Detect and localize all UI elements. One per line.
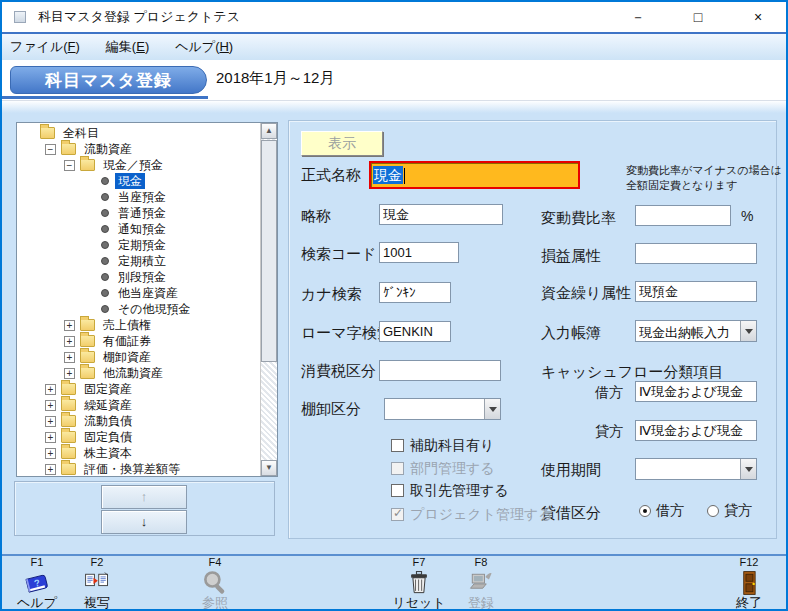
- tree-view: 全科目−流動資産−現金／預金現金当座預金普通預金通知預金定期預金定期積立別段預金…: [17, 123, 260, 476]
- expand-plus-icon[interactable]: +: [45, 416, 56, 427]
- tree-item[interactable]: +売上債権: [17, 317, 260, 333]
- tree-item[interactable]: その他現預金: [17, 301, 260, 317]
- tree-item[interactable]: −現金／預金: [17, 157, 260, 173]
- checkbox-row-3[interactable]: プロジェクト管理する: [391, 506, 553, 521]
- checkbox-row-1[interactable]: 部門管理する: [391, 460, 495, 475]
- tree-item[interactable]: +固定資産: [17, 381, 260, 397]
- tree-item[interactable]: +棚卸資産: [17, 349, 260, 365]
- toolbar-button-label: 参照: [186, 597, 244, 611]
- menu-item-e[interactable]: 編集(E): [106, 34, 149, 60]
- tree-item[interactable]: +固定負債: [17, 429, 260, 445]
- tree-item[interactable]: 全科目: [17, 125, 260, 141]
- folder-icon: [61, 399, 76, 411]
- radio-icon[interactable]: [639, 505, 651, 517]
- checkbox-icon[interactable]: [391, 439, 404, 452]
- tree-item[interactable]: 現金: [17, 173, 260, 189]
- consumption-tax-input[interactable]: [379, 360, 501, 381]
- tree-item[interactable]: 定期積立: [17, 253, 260, 269]
- toolbar-button-f1[interactable]: F1?ヘルプ: [8, 556, 66, 611]
- tree-item-label: 全科目: [60, 125, 102, 141]
- toolbar-button-f7[interactable]: F7リセット: [390, 556, 448, 611]
- tree-item-label: 通知預金: [115, 221, 169, 237]
- minimize-button[interactable]: －: [620, 2, 656, 32]
- tree-item-label: 固定負債: [81, 429, 135, 445]
- radio-debit[interactable]: 借方: [639, 502, 684, 520]
- cf-credit-input[interactable]: [635, 420, 757, 441]
- folder-icon: [80, 351, 95, 363]
- scroll-up-icon[interactable]: ▲: [261, 123, 277, 139]
- cash-flow-attribute-input[interactable]: [635, 281, 757, 302]
- chevron-down-icon[interactable]: [740, 459, 756, 479]
- tree-item[interactable]: +株主資本: [17, 445, 260, 461]
- tree-item[interactable]: +評価・換算差額等: [17, 461, 260, 476]
- chevron-down-icon[interactable]: [484, 399, 500, 419]
- menu-item-f[interactable]: ファイル(F): [10, 34, 80, 60]
- radio-icon[interactable]: [707, 505, 719, 517]
- collapse-minus-icon[interactable]: −: [64, 160, 75, 171]
- tree-item[interactable]: +他流動資産: [17, 365, 260, 381]
- expand-plus-icon[interactable]: +: [64, 336, 75, 347]
- tree-item[interactable]: 通知預金: [17, 221, 260, 237]
- expand-plus-icon[interactable]: +: [64, 352, 75, 363]
- checkbox-icon[interactable]: [391, 508, 404, 521]
- close-button[interactable]: ×: [740, 2, 776, 32]
- maximize-button[interactable]: □: [680, 2, 716, 32]
- expand-plus-icon[interactable]: +: [45, 384, 56, 395]
- tree-item[interactable]: 普通預金: [17, 205, 260, 221]
- toolbar-button-f12[interactable]: F12終了: [720, 556, 778, 611]
- cf-debit-input[interactable]: [635, 381, 757, 402]
- toolbar-button-f2[interactable]: F2複写: [68, 556, 126, 611]
- inventory-category-select[interactable]: [384, 398, 501, 420]
- tree-item-label: 定期預金: [115, 237, 169, 253]
- cashflow-section-label: キャッシュフロー分類項目: [541, 363, 723, 382]
- usage-period-select[interactable]: [635, 458, 757, 480]
- pl-attribute-input[interactable]: [635, 243, 757, 264]
- short-name-input[interactable]: [379, 204, 503, 225]
- checkbox-row-0[interactable]: 補助科目有り: [391, 437, 494, 452]
- expand-plus-icon[interactable]: +: [64, 320, 75, 331]
- folder-icon: [40, 127, 55, 139]
- checkbox-row-2[interactable]: 取引先管理する: [391, 482, 509, 497]
- folder-icon: [61, 431, 76, 443]
- tree-item-label: 固定資産: [81, 381, 135, 397]
- radio-credit[interactable]: 貸方: [707, 502, 752, 520]
- search-code-input[interactable]: [379, 242, 459, 263]
- expand-plus-icon[interactable]: +: [45, 464, 56, 475]
- input-book-select[interactable]: 現金出納帳入力: [635, 320, 757, 342]
- tree-item[interactable]: +流動負債: [17, 413, 260, 429]
- fkey-caption: F1: [8, 556, 66, 569]
- menu-item-h[interactable]: ヘルプ(H): [175, 34, 233, 60]
- percent-unit: %: [741, 208, 753, 224]
- tree-item-label: 普通預金: [115, 205, 169, 221]
- expand-plus-icon[interactable]: +: [64, 368, 75, 379]
- move-down-button[interactable]: ↓: [101, 510, 187, 534]
- expand-plus-icon[interactable]: +: [45, 448, 56, 459]
- tree-item[interactable]: +繰延資産: [17, 397, 260, 413]
- expand-plus-icon[interactable]: +: [45, 400, 56, 411]
- tree-item[interactable]: 定期預金: [17, 237, 260, 253]
- kana-search-input[interactable]: [379, 282, 451, 303]
- tree-item[interactable]: 他当座資産: [17, 285, 260, 301]
- variable-cost-ratio-input[interactable]: [635, 205, 731, 226]
- tree-scrollbar[interactable]: ▲ ▼: [260, 123, 277, 476]
- expand-plus-icon[interactable]: +: [45, 432, 56, 443]
- reorder-panel: ↑ ↓: [14, 481, 275, 536]
- tree-item[interactable]: +有価証券: [17, 333, 260, 349]
- tree-item-label: 現金／預金: [100, 157, 166, 173]
- scroll-thumb[interactable]: [261, 140, 277, 362]
- collapse-minus-icon[interactable]: −: [45, 144, 56, 155]
- checkbox-icon[interactable]: [391, 484, 404, 497]
- scroll-down-icon[interactable]: ▼: [261, 460, 277, 476]
- tree-item[interactable]: 当座預金: [17, 189, 260, 205]
- tree-item-label: 流動負債: [81, 413, 135, 429]
- move-up-button[interactable]: ↑: [101, 485, 187, 509]
- tree-item[interactable]: 別段預金: [17, 269, 260, 285]
- tree-item-label: その他現預金: [115, 301, 194, 317]
- checkbox-icon[interactable]: [391, 462, 404, 475]
- romaji-search-input[interactable]: [379, 321, 451, 342]
- bullet-icon: [101, 225, 109, 233]
- chevron-down-icon[interactable]: [740, 321, 756, 341]
- tree-item[interactable]: −流動資産: [17, 141, 260, 157]
- show-button[interactable]: 表示: [301, 131, 383, 156]
- official-name-field[interactable]: 現金: [369, 161, 580, 189]
